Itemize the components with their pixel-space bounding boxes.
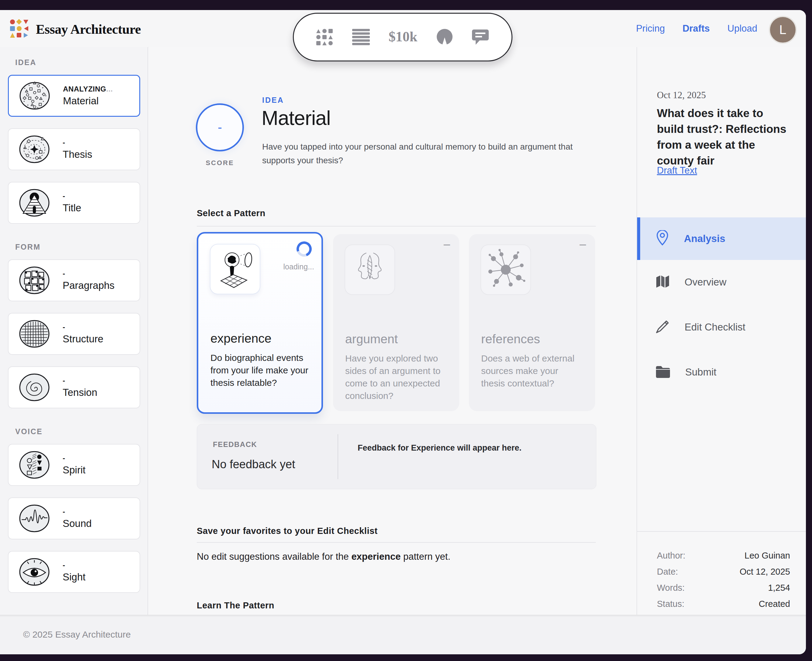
floating-toolbar: $10k: [293, 13, 512, 61]
item-status: ANALYZING...: [63, 85, 113, 93]
logo[interactable]: Essay Architecture: [10, 19, 141, 39]
item-label: Sound: [62, 518, 91, 529]
argument-icon: [345, 244, 395, 295]
tension-icon: [18, 371, 51, 404]
meta-row-author: Author: Leo Guinan: [657, 551, 790, 560]
section-label-form: FORM: [15, 243, 140, 251]
meta-row-date: Date: Oct 12, 2025: [657, 567, 790, 577]
draft-title: What does it take to build trust?: Refle…: [657, 105, 791, 169]
item-label: Thesis: [62, 148, 92, 160]
checklist-empty-text: No edit suggestions available for the ex…: [197, 551, 451, 562]
item-status: -: [62, 561, 85, 570]
sidebar-item-spirit[interactable]: - Spirit: [8, 444, 140, 486]
meta-label: Status:: [657, 599, 684, 609]
pattern-section-heading: Select a Pattern: [197, 208, 265, 218]
menu-item-edit-checklist[interactable]: Edit Checklist: [637, 306, 806, 348]
item-label: Sight: [62, 571, 85, 583]
item-label: Spirit: [62, 464, 85, 476]
section-label-idea: IDEA: [15, 58, 140, 67]
right-sidebar: Oct 12, 2025 What does it take to build …: [637, 47, 806, 615]
left-sidebar: IDEA: [0, 47, 148, 615]
meta-value: Leo Guinan: [745, 551, 790, 560]
score-circle: -: [196, 103, 244, 152]
notched-circle-icon[interactable]: [436, 28, 454, 46]
pattern-card-argument[interactable]: – argument Have you explored two sides o…: [333, 234, 459, 411]
divider: [197, 542, 596, 543]
sidebar-item-thesis[interactable]: - Thesis: [8, 128, 140, 170]
menu-item-overview[interactable]: Overview: [637, 261, 806, 303]
item-status: -: [62, 269, 115, 278]
sidebar-item-material[interactable]: ANALYZING... Material: [8, 75, 140, 117]
nav-drafts[interactable]: Drafts: [683, 23, 710, 34]
sidebar-item-structure[interactable]: - Structure: [8, 313, 140, 355]
meta-row-status: Status: Created: [657, 599, 790, 609]
logo-shapes-icon: [10, 19, 29, 39]
sidebar-item-tension[interactable]: - Tension: [8, 366, 140, 408]
item-status: -: [62, 508, 91, 516]
title-icon: [18, 187, 51, 219]
meta-label: Date:: [657, 567, 678, 577]
item-status: -: [62, 323, 103, 331]
sight-icon: [18, 556, 51, 588]
sidebar-item-sight[interactable]: - Sight: [8, 551, 140, 593]
draft-text-link[interactable]: Draft Text: [657, 165, 697, 176]
item-label: Structure: [62, 333, 103, 345]
sidebar-item-title[interactable]: - Title: [8, 182, 140, 224]
menu-label: Submit: [685, 366, 716, 378]
item-status: -: [62, 454, 85, 463]
item-label: Paragraphs: [62, 280, 115, 291]
learn-section-heading: Learn The Pattern: [197, 600, 274, 610]
page-footer: © 2025 Essay Architecture: [0, 615, 806, 654]
map-icon: [655, 275, 670, 289]
meta-label: Words:: [657, 583, 684, 593]
lines-icon[interactable]: [352, 29, 371, 46]
item-label: Title: [62, 202, 81, 214]
meta-value: Oct 12, 2025: [740, 567, 790, 577]
avatar[interactable]: L: [769, 16, 797, 44]
structure-icon: [18, 318, 51, 350]
feedback-panel: FEEDBACK No feedback yet Feedback for Ex…: [197, 424, 596, 489]
loading-spinner: [294, 239, 314, 259]
references-icon: [481, 244, 531, 295]
pin-icon: [655, 230, 670, 247]
divider: [197, 226, 596, 227]
menu-item-submit[interactable]: Submit: [637, 351, 806, 393]
paragraphs-icon: [18, 264, 51, 297]
nav-upload[interactable]: Upload: [727, 23, 757, 34]
page-description: Have you tapped into your personal and c…: [262, 140, 575, 167]
feedback-label: FEEDBACK: [213, 440, 257, 449]
content-row: IDEA: [0, 47, 806, 615]
header-nav: Pricing Drafts Upload: [636, 10, 757, 47]
feedback-hint: Feedback for Experience will appear here…: [358, 443, 521, 453]
price-label: $10k: [388, 29, 417, 45]
pattern-card-experience[interactable]: loading... experience Do biographical ev…: [197, 232, 323, 414]
pattern-card-references[interactable]: – references Does a web of external sour…: [469, 234, 595, 411]
pattern-score: –: [580, 238, 586, 251]
meta-row-words: Words: 1,254: [657, 583, 790, 593]
spirit-icon: [18, 449, 51, 481]
thesis-icon: [18, 133, 51, 165]
pattern-name: references: [481, 332, 540, 346]
draft-date: Oct 12, 2025: [657, 90, 706, 101]
page-title: Material: [262, 106, 331, 129]
chat-icon[interactable]: [472, 29, 490, 46]
avatar-initial: L: [779, 22, 786, 37]
sidebar-item-sound[interactable]: - Sound: [8, 497, 140, 540]
checklist-section-heading: Save your favorites to your Edit Checkli…: [197, 526, 378, 536]
draft-meta: Author: Leo Guinan Date: Oct 12, 2025 Wo…: [637, 531, 806, 615]
menu-label: Analysis: [684, 233, 725, 244]
sound-icon: [18, 502, 51, 535]
shapes-grid-icon[interactable]: [316, 28, 333, 46]
loading-label: loading...: [283, 262, 314, 271]
item-status: -: [62, 192, 81, 200]
price-10k-icon[interactable]: $10k: [388, 28, 417, 46]
menu-label: Overview: [684, 276, 727, 288]
pattern-name: argument: [345, 332, 398, 346]
pattern-description: Do biographical events from your life ma…: [211, 351, 313, 389]
score-value: -: [218, 120, 222, 135]
pattern-score: –: [444, 238, 450, 251]
menu-item-analysis[interactable]: Analysis: [637, 217, 806, 260]
nav-pricing[interactable]: Pricing: [636, 23, 665, 34]
sidebar-item-paragraphs[interactable]: - Paragraphs: [8, 259, 140, 301]
category-label: IDEA: [262, 96, 284, 105]
